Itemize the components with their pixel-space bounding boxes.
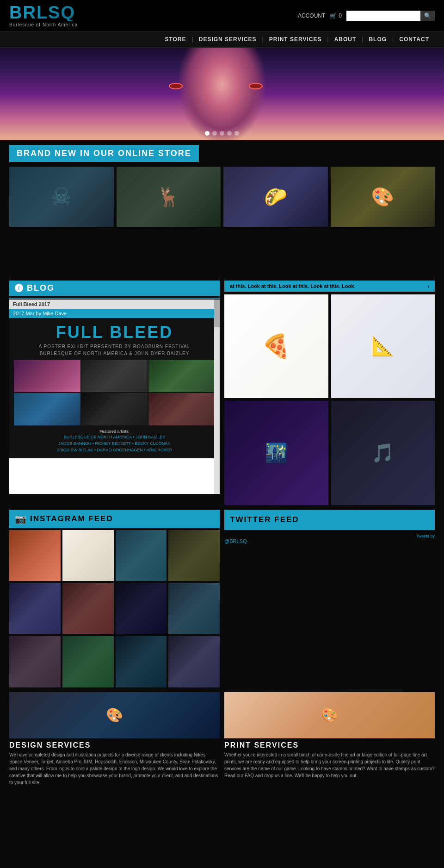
fb-cell-2 — [81, 360, 148, 392]
store-item-deer[interactable] — [117, 167, 221, 271]
search-input[interactable] — [346, 11, 420, 21]
hero-dot-3[interactable] — [220, 131, 224, 136]
store-new-title: BRAND NEW IN OUR ONLINE STORE — [17, 149, 191, 158]
blog-content[interactable]: Full Bleed 2017 2017 Mar by Mike Dave FU… — [9, 300, 220, 494]
store-new-header-wrap: BRAND NEW IN OUR ONLINE STORE — [9, 145, 435, 162]
store-item-deer-img — [117, 167, 221, 227]
nav-item-about[interactable]: ABOUT — [329, 36, 362, 43]
instagram-grid — [9, 530, 220, 687]
account-label[interactable]: ACCOUNT — [298, 12, 325, 19]
ig-item-1[interactable] — [9, 530, 61, 581]
featured-artists-label: Featured artists: — [14, 429, 215, 434]
store-item-skull-img — [9, 167, 114, 227]
design-services-image: 🎨 — [9, 692, 220, 738]
site-logo[interactable]: BRLSQ — [9, 4, 75, 21]
fb-cell-4 — [14, 393, 80, 425]
hero-banner — [0, 48, 444, 140]
gallery-img-3[interactable] — [224, 401, 328, 505]
print-services-block: 🎨 PRINT SERVICES Whether you're interest… — [224, 692, 435, 786]
ig-item-7[interactable] — [116, 583, 167, 634]
blog-post-title-text: Full Bleed 2017 — [13, 301, 50, 307]
blog-col: i BLOG Full Bleed 2017 2017 Mar by Mike … — [9, 281, 220, 505]
print-services-desc: Whether you're interested in a small bat… — [224, 751, 435, 779]
gallery-img-4[interactable] — [331, 401, 435, 505]
full-bleed-title: FULL BLEED — [14, 323, 215, 342]
nav-item-design-services[interactable]: DESIGN SERVICES — [193, 36, 262, 43]
full-bleed-image-grid — [14, 360, 215, 425]
two-col-section: i BLOG Full Bleed 2017 2017 Mar by Mike … — [0, 276, 444, 510]
gallery-next-btn[interactable]: › — [427, 283, 429, 289]
store-item-atmosphere-img — [331, 167, 435, 227]
header-right: ACCOUNT 🛒 0 🔍 — [298, 11, 435, 21]
artist-list-3: ZBIGNIEW BIELAK • DARKO GROENHAGEN • ARI… — [14, 447, 215, 453]
instagram-title: INSTAGRAM FEED — [30, 514, 113, 524]
artist-list-2: JACOB BANNON • RICHEY BECKETT • BECKY CL… — [14, 440, 215, 447]
ig-item-6[interactable] — [62, 583, 114, 634]
store-item-atmosphere[interactable] — [331, 167, 435, 271]
nav-item-blog[interactable]: BLOG — [363, 36, 392, 43]
ig-item-11[interactable] — [116, 636, 167, 687]
design-services-title: DESIGN SERVICES — [9, 738, 220, 751]
blog-scrollbar[interactable] — [214, 300, 220, 494]
twitter-header: TWITTER FEED — [224, 510, 435, 530]
nav-item-store[interactable]: STORE — [160, 36, 192, 43]
ig-item-4[interactable] — [168, 530, 220, 581]
site-subtitle: Burlesque of North America — [9, 22, 78, 27]
hero-eye-left — [169, 83, 183, 89]
hero-dots — [205, 131, 239, 136]
gallery-img-1[interactable] — [224, 294, 328, 399]
artist-list-1: BURLESQUE OF NORTH AMERICA • JOHN BAIZLE… — [14, 434, 215, 440]
store-new-header: BRAND NEW IN OUR ONLINE STORE — [9, 145, 199, 162]
ig-item-12[interactable] — [168, 636, 220, 687]
hero-image — [0, 48, 444, 140]
hero-dot-4[interactable] — [227, 131, 232, 136]
fb-cell-6 — [148, 393, 215, 425]
logo-area: BRLSQ Burlesque of North America — [9, 4, 78, 27]
cart-icon-area[interactable]: 🛒 0 — [330, 12, 342, 19]
blog-post-header: Full Bleed 2017 — [9, 300, 220, 309]
hero-eye-right — [249, 83, 263, 89]
blog-title: BLOG — [27, 283, 55, 293]
design-services-block: 🎨 DESIGN SERVICES We have completed desi… — [9, 692, 220, 786]
hero-dot-1[interactable] — [205, 131, 210, 136]
ig-item-3[interactable] — [116, 530, 167, 581]
instagram-section: 📷 INSTAGRAM FEED — [9, 510, 220, 687]
search-button[interactable]: 🔍 — [420, 11, 435, 21]
blog-scroll-thumb[interactable] — [214, 300, 220, 327]
twitter-content: Tweets by @BRLSQ — [224, 530, 435, 548]
full-bleed-subtitle-1: A POSTER EXHIBIT PRESENTED BY ROADBURN F… — [14, 344, 215, 349]
gallery-images — [224, 294, 435, 505]
hero-dot-2[interactable] — [212, 131, 217, 136]
twitter-handle[interactable]: @BRLSQ — [224, 538, 435, 544]
cart-icon: 🛒 — [330, 12, 337, 19]
gallery-ticker-text: at this. Look at this. Look at this. Loo… — [230, 283, 354, 289]
services-section: 🎨 DESIGN SERVICES We have completed desi… — [0, 692, 444, 795]
twitter-bird-icon — [415, 513, 429, 526]
store-item-skull[interactable] — [9, 167, 114, 271]
nav-item-print-services[interactable]: PRINT SERVICES — [264, 36, 327, 43]
store-item-taco[interactable] — [223, 167, 328, 271]
store-grid — [9, 167, 435, 271]
gallery-img-2[interactable] — [331, 294, 435, 399]
blog-date-text: 2017 Mar by Mike Dave — [13, 311, 67, 316]
cart-count: 0 — [339, 12, 342, 19]
fb-cell-5 — [81, 393, 148, 425]
ig-item-5[interactable] — [9, 583, 61, 634]
fb-cell-1 — [14, 360, 80, 392]
blog-header: i BLOG — [9, 281, 220, 296]
tweet-by-label: Tweets by — [224, 534, 435, 538]
store-item-taco-img — [223, 167, 328, 227]
ig-item-2[interactable] — [62, 530, 114, 581]
account-bar: ACCOUNT 🛒 0 🔍 — [298, 11, 435, 21]
header: BRLSQ Burlesque of North America ACCOUNT… — [0, 0, 444, 31]
search-bar: 🔍 — [346, 11, 435, 21]
ig-item-8[interactable] — [168, 583, 220, 634]
nav-item-contact[interactable]: CONTACT — [394, 36, 435, 43]
ig-twitter-row: 📷 INSTAGRAM FEED TWITTER FEED Twee — [0, 510, 444, 692]
instagram-header: 📷 INSTAGRAM FEED — [9, 510, 220, 528]
store-new-section: BRAND NEW IN OUR ONLINE STORE — [0, 140, 444, 276]
hero-dot-5[interactable] — [234, 131, 239, 136]
twitter-section: TWITTER FEED Tweets by @BRLSQ — [224, 510, 435, 687]
ig-item-9[interactable] — [9, 636, 61, 687]
ig-item-10[interactable] — [62, 636, 114, 687]
